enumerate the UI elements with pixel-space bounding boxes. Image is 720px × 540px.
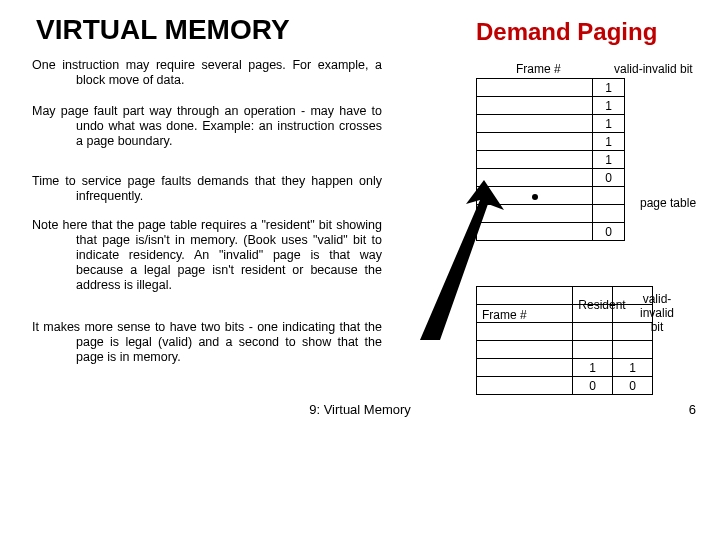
footer-title: 9: Virtual Memory — [0, 402, 720, 417]
paragraph-4: Note here that the page table requires a… — [32, 218, 382, 293]
page-title-left: VIRTUAL MEMORY — [36, 14, 290, 46]
footer-page-number: 6 — [689, 402, 696, 417]
paragraph-5: It makes more sense to have two bits - o… — [32, 320, 382, 365]
ellipsis-dot-icon — [532, 194, 538, 200]
paragraph-2: May page fault part way through an opera… — [32, 104, 382, 149]
page-table-2: 11 00 — [476, 286, 653, 395]
label-valid-invalid-1: valid-invalid bit — [614, 62, 693, 76]
label-page-table: page table — [640, 196, 696, 210]
page-table-1: 1 1 1 1 1 0 0 — [476, 78, 625, 241]
page-title-right: Demand Paging — [476, 18, 657, 46]
diagram-area: Frame # valid-invalid bit page table 1 1… — [440, 56, 700, 386]
paragraph-1: One instruction may require several page… — [32, 58, 382, 88]
label-frame-1: Frame # — [516, 62, 561, 76]
paragraph-3: Time to service page faults demands that… — [32, 174, 382, 204]
